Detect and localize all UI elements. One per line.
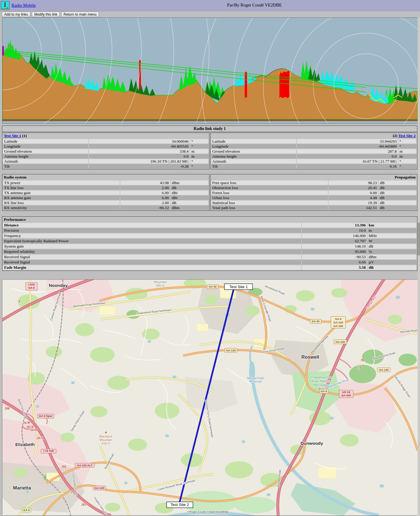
- table-row: RX line loss2.00dB: [3, 201, 209, 205]
- table-row: Distance13.396km: [3, 223, 416, 228]
- row-value: 95.000: [302, 249, 367, 254]
- svg-text:GA 120: GA 120: [334, 321, 343, 324]
- svg-text:River National: River National: [311, 379, 332, 383]
- left-antenna: [2, 46, 4, 56]
- table-row: TX antenna gain6.00dBi: [3, 191, 209, 195]
- row-label: Free space loss: [211, 181, 328, 185]
- row-unit: dB: [171, 201, 209, 205]
- table-row: TX line loss2.00dB: [3, 186, 209, 190]
- table-row: Antenna height6.0m: [3, 154, 209, 158]
- svg-text:Mountain: Mountain: [154, 280, 166, 284]
- row-label: Distance: [3, 223, 301, 228]
- table-row: Ground elevation338.4m: [3, 149, 209, 153]
- row-label: Ground elevation: [211, 149, 296, 153]
- row-label: TX line loss: [3, 186, 120, 190]
- shield-ga9: GA 9: [319, 389, 328, 393]
- return-main-menu-button[interactable]: Return to main menu: [61, 12, 99, 17]
- row-unit: °: [399, 139, 416, 143]
- site2-table: (2) Test Site 2 Latitude33.944293° Longi…: [210, 133, 418, 169]
- shield-ga92-a: GA 92: [207, 285, 218, 289]
- shield-ga120-alt: GA 120 ALT: [75, 463, 94, 467]
- row-label: Frequency: [3, 233, 301, 238]
- shield-ga140-b: GA 140: [377, 368, 390, 372]
- row-label: Latitude: [3, 139, 88, 143]
- row-value: 98.23: [329, 181, 378, 185]
- row-label: Precision: [3, 228, 301, 233]
- scrollbar[interactable]: [418, 17, 420, 516]
- add-to-links-button[interactable]: Add to my links: [2, 12, 30, 17]
- app-header: Radio Mobile Par/By Roger Coudé VE2DBE: [0, 0, 420, 11]
- terrain-profile-image: [2, 18, 418, 123]
- row-unit: °: [190, 164, 208, 168]
- table-row: Obstruction loss20.41dB: [211, 186, 417, 190]
- table-row: System gain148.10dB: [3, 244, 416, 249]
- row-value: 62.797: [302, 239, 367, 243]
- performance-title: Performance: [2, 217, 417, 222]
- table-row: Equivalent Isotropically Radiated Power6…: [3, 239, 416, 243]
- svg-text:I 575: I 575: [28, 283, 35, 286]
- svg-text:Reservoir: Reservoir: [249, 380, 262, 383]
- map-panel: Woodstock Road West Crossville Road Blac…: [2, 279, 418, 516]
- radio-mobile-link[interactable]: Radio Mobile: [11, 3, 36, 8]
- row-value: 6.0: [89, 154, 190, 158]
- credit-text: Par/By Roger Coudé VE2DBE: [227, 3, 282, 8]
- svg-text:267B: 267B: [30, 428, 37, 432]
- site1-link[interactable]: Test Site 1: [4, 133, 21, 138]
- row-unit: dB: [379, 186, 416, 190]
- modify-link-button[interactable]: Modify this link: [32, 12, 60, 17]
- map-image: Woodstock Road West Crossville Road Blac…: [2, 280, 418, 515]
- table-row: Tilt-0.28°: [3, 164, 209, 168]
- svg-text:GA 120 ALT: GA 120 ALT: [77, 464, 93, 467]
- svg-text:GA 140: GA 140: [336, 340, 345, 343]
- row-unit: °: [190, 139, 208, 143]
- row-value: 2.00: [120, 186, 170, 190]
- row-label: Forest loss: [211, 191, 328, 195]
- row-label: Azimuth: [211, 159, 296, 163]
- table-row: Azimuth196.10 TN | 201.83 MG°: [3, 159, 209, 163]
- shield-ga92-b: GA 92: [310, 319, 321, 323]
- row-unit: °: [399, 144, 416, 148]
- table-row: Fade Margin5.58dB: [3, 265, 416, 270]
- row-unit: °: [399, 159, 416, 163]
- scrollbar-thumb[interactable]: [418, 223, 420, 256]
- svg-text:Mountain: Mountain: [99, 438, 112, 442]
- row-unit: dBm: [171, 181, 209, 185]
- site1-marker: Test Site 1: [224, 284, 253, 290]
- row-unit: °: [190, 144, 208, 148]
- svg-text:268: 268: [4, 407, 10, 410]
- table-row: RX antenna gain6.00dBi: [3, 196, 209, 200]
- table-row: Required reliability95.000%: [3, 249, 416, 254]
- row-unit: dB: [379, 191, 416, 195]
- row-unit: dB: [368, 244, 416, 249]
- row-value: 146.000: [302, 233, 367, 238]
- shield-ga5: GA 5: [22, 508, 31, 512]
- propagation-title: Propagation: [211, 174, 417, 180]
- row-value: 4.49: [329, 196, 378, 200]
- row-label: Antenna height: [211, 154, 296, 158]
- row-unit: m: [368, 228, 416, 233]
- row-unit: dB: [379, 196, 416, 200]
- row-unit: W: [368, 239, 416, 243]
- row-label: Fade Margin: [3, 265, 301, 270]
- row-value: 338.4: [89, 149, 190, 153]
- row-label: TX antenna gain: [3, 191, 120, 195]
- svg-text:263: 263: [81, 503, 86, 506]
- svg-text:GA 9: GA 9: [321, 390, 327, 393]
- site-tables: Test Site 1 (1) Latitude34.060046° Longi…: [2, 133, 417, 169]
- row-unit: dB: [379, 201, 416, 205]
- site1-table: Test Site 1 (1) Latitude34.060046° Longi…: [2, 133, 209, 169]
- svg-text:GA 5 Spur: GA 5 Spur: [39, 414, 52, 418]
- row-unit: m: [399, 154, 416, 158]
- svg-text:GA 5: GA 5: [28, 286, 35, 289]
- row-label: Received Signal: [3, 255, 301, 259]
- row-value: -84.405545: [89, 144, 190, 148]
- row-label: System gain: [3, 244, 301, 249]
- shield-i575-ga5: I 575 GA 5: [26, 283, 37, 290]
- svg-text:GA 120: GA 120: [226, 349, 236, 352]
- shield-ga120-b: GA 120: [93, 486, 106, 490]
- svg-text:Test Site 2: Test Site 2: [171, 502, 189, 507]
- row-label: Required reliability: [3, 249, 301, 254]
- table-row: Latitude33.944293°: [211, 139, 417, 143]
- shield-us19-ga400: US 19 GA 400: [339, 390, 353, 398]
- site2-link[interactable]: Test Site 2: [398, 133, 416, 138]
